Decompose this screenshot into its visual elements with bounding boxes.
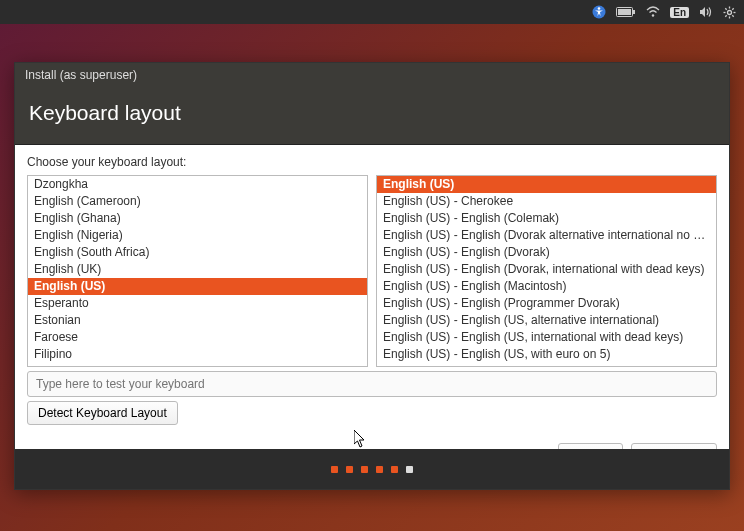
- content-area: Choose your keyboard layout: DzongkhaEng…: [15, 145, 729, 449]
- prompt-label: Choose your keyboard layout:: [27, 155, 717, 169]
- svg-point-5: [652, 14, 654, 16]
- layout-language-item[interactable]: Estonian: [28, 312, 367, 329]
- footer-buttons: Back Continue: [27, 429, 717, 449]
- layout-language-item[interactable]: English (South Africa): [28, 244, 367, 261]
- layout-language-item[interactable]: Dzongkha: [28, 176, 367, 193]
- layout-lists-row: DzongkhaEnglish (Cameroon)English (Ghana…: [27, 175, 717, 367]
- installer-window: Install (as superuser) Keyboard layout C…: [14, 62, 730, 490]
- detect-layout-button[interactable]: Detect Keyboard Layout: [27, 401, 178, 425]
- layout-language-item[interactable]: English (Nigeria): [28, 227, 367, 244]
- accessibility-icon[interactable]: [592, 5, 606, 19]
- svg-rect-3: [633, 10, 635, 14]
- slide-dot[interactable]: [331, 466, 338, 473]
- layout-language-list[interactable]: DzongkhaEnglish (Cameroon)English (Ghana…: [27, 175, 368, 367]
- window-header: Keyboard layout: [15, 87, 729, 145]
- slide-dot[interactable]: [346, 466, 353, 473]
- layout-variant-item[interactable]: English (US) - Cherokee: [377, 193, 716, 210]
- network-icon[interactable]: [646, 6, 660, 18]
- layout-language-item[interactable]: English (US): [28, 278, 367, 295]
- layout-variant-item[interactable]: English (US) - English (Dvorak): [377, 244, 716, 261]
- layout-variant-item[interactable]: English (US) - English (Workman): [377, 363, 716, 367]
- layout-variant-item[interactable]: English (US) - English (US, with euro on…: [377, 346, 716, 363]
- svg-line-13: [732, 8, 733, 9]
- layout-language-item[interactable]: English (UK): [28, 261, 367, 278]
- layout-language-item[interactable]: Filipino: [28, 346, 367, 363]
- svg-rect-4: [618, 9, 631, 15]
- battery-icon[interactable]: [616, 7, 636, 17]
- svg-line-14: [725, 15, 726, 16]
- gear-icon[interactable]: [723, 6, 736, 19]
- page-heading: Keyboard layout: [29, 101, 181, 125]
- layout-variant-list[interactable]: English (US)English (US) - CherokeeEngli…: [376, 175, 717, 367]
- layout-language-item[interactable]: Finnish: [28, 363, 367, 367]
- layout-variant-item[interactable]: English (US) - English (Dvorak alternati…: [377, 227, 716, 244]
- slide-dot[interactable]: [376, 466, 383, 473]
- layout-language-item[interactable]: Faroese: [28, 329, 367, 346]
- svg-line-12: [732, 15, 733, 16]
- layout-variant-item[interactable]: English (US) - English (US, alternative …: [377, 312, 716, 329]
- layout-variant-item[interactable]: English (US) - English (Colemak): [377, 210, 716, 227]
- layout-language-item[interactable]: Esperanto: [28, 295, 367, 312]
- sound-icon[interactable]: [699, 6, 713, 18]
- layout-variant-item[interactable]: English (US) - English (Macintosh): [377, 278, 716, 295]
- slide-dot[interactable]: [391, 466, 398, 473]
- layout-variant-item[interactable]: English (US): [377, 176, 716, 193]
- slide-dot[interactable]: [361, 466, 368, 473]
- layout-language-item[interactable]: English (Cameroon): [28, 193, 367, 210]
- window-title: Install (as superuser): [25, 68, 137, 82]
- layout-variant-item[interactable]: English (US) - English (Dvorak, internat…: [377, 261, 716, 278]
- slideshow-dots: [15, 449, 729, 489]
- svg-line-11: [725, 8, 726, 9]
- layout-variant-item[interactable]: English (US) - English (Programmer Dvora…: [377, 295, 716, 312]
- layout-language-item[interactable]: English (Ghana): [28, 210, 367, 227]
- top-panel: En: [0, 0, 744, 24]
- svg-point-6: [728, 10, 732, 14]
- layout-variant-item[interactable]: English (US) - English (US, internationa…: [377, 329, 716, 346]
- svg-point-1: [598, 7, 601, 10]
- slide-dot[interactable]: [406, 466, 413, 473]
- window-titlebar: Install (as superuser): [15, 63, 729, 87]
- language-indicator[interactable]: En: [670, 7, 689, 18]
- keyboard-test-input[interactable]: [27, 371, 717, 397]
